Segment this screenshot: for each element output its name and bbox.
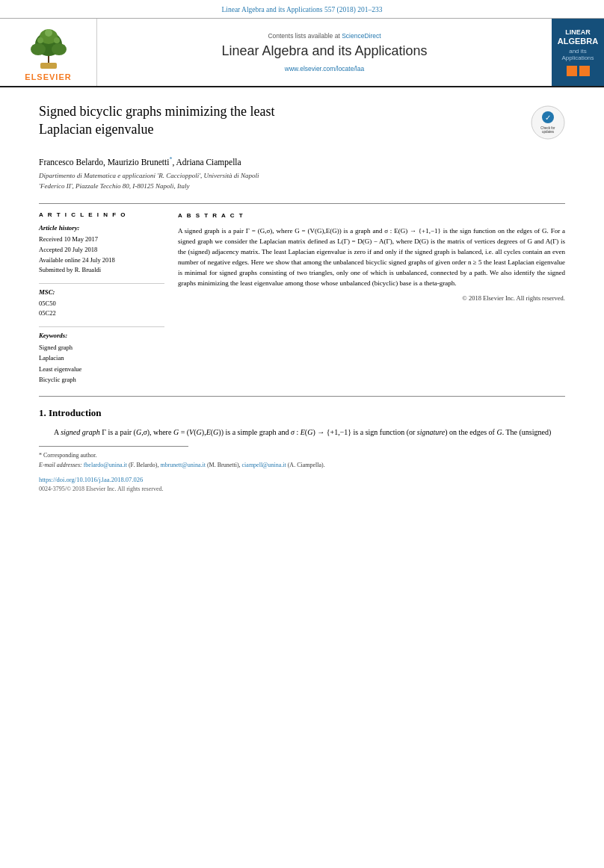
- badge-and-its: and its: [569, 48, 587, 55]
- footnote-emails: E-mail addresses: fbelardo@unina.it (F. …: [39, 461, 565, 471]
- keyword-3: Least eigenvalue: [39, 364, 164, 374]
- page: Linear Algebra and its Applications 557 …: [0, 0, 604, 868]
- email3-link[interactable]: ciampell@unina.it: [242, 462, 286, 468]
- svg-point-7: [54, 37, 60, 43]
- badge-icon-2: [579, 66, 590, 76]
- doi-line[interactable]: https://doi.org/10.1016/j.laa.2018.07.02…: [39, 476, 565, 483]
- check-for-updates-badge: ✓ Check for updates: [531, 105, 565, 140]
- elsevier-wordmark: ELSEVIER: [25, 72, 71, 81]
- introduction-title: 1. Introduction: [39, 407, 565, 419]
- email2-author: (M. Brunetti),: [207, 462, 241, 468]
- badge-applications: Applications: [561, 55, 594, 61]
- paper-title-line2: Laplacian eigenvalue: [39, 122, 153, 137]
- email2-link[interactable]: mbrunett@unina.it: [160, 462, 205, 468]
- section-divider: [39, 396, 565, 397]
- journal-reference: Linear Algebra and its Applications 557 …: [0, 0, 604, 19]
- title-row: Signed bicyclic graphs minimizing the le…: [39, 102, 565, 149]
- elsevier-tree-icon: [19, 25, 78, 70]
- emails-label: E-mail addresses:: [39, 462, 82, 468]
- badge-algebra: ALGEBRA: [558, 37, 598, 46]
- keywords-title: Keywords:: [39, 332, 164, 339]
- authors-text: Francesco Belardo, Maurizio Brunetti*, A…: [39, 158, 241, 167]
- svg-rect-9: [40, 63, 57, 69]
- history-received: Received 10 May 2017: [39, 235, 164, 245]
- history-submitted: Submitted by R. Brualdi: [39, 265, 164, 276]
- elsevier-header: ELSEVIER Contents lists available at Sci…: [0, 19, 604, 87]
- keyword-4: Bicyclic graph: [39, 374, 164, 385]
- badge-linear: LINEAR: [565, 28, 591, 37]
- main-content: Signed bicyclic graphs minimizing the le…: [0, 87, 604, 504]
- authors: Francesco Belardo, Maurizio Brunetti*, A…: [39, 157, 565, 167]
- affiliation: Dipartimento di Matematica e applicazion…: [39, 171, 565, 191]
- affiliation-line1: Dipartimento di Matematica e applicazion…: [39, 172, 259, 179]
- msc-title: MSC:: [39, 288, 164, 296]
- journal-url[interactable]: www.elsevier.com/locate/laa: [285, 65, 364, 72]
- article-history-title: Article history:: [39, 224, 164, 232]
- journal-ref-text: Linear Algebra and its Applications 557 …: [221, 6, 382, 13]
- contents-label: Contents lists available at: [268, 32, 339, 40]
- sciencedirect-link[interactable]: ScienceDirect: [342, 32, 380, 40]
- keywords-section: Keywords: Signed graph Laplacian Least e…: [39, 326, 164, 385]
- msc-code-2: 05C22: [39, 309, 164, 319]
- footnote-rule: [39, 446, 188, 447]
- svg-text:✓: ✓: [545, 114, 551, 122]
- article-info-col: A R T I C L E I N F O Article history: R…: [39, 211, 164, 385]
- article-info-header: A R T I C L E I N F O: [39, 211, 164, 218]
- msc-code-1: 05C50: [39, 299, 164, 309]
- history-available: Available online 24 July 2018: [39, 255, 164, 266]
- abstract-copyright: © 2018 Elsevier Inc. All rights reserved…: [178, 294, 565, 303]
- intro-title-text: Introduction: [49, 407, 102, 418]
- science-direct-line: Contents lists available at ScienceDirec…: [268, 32, 380, 40]
- article-info-abstract: A R T I C L E I N F O Article history: R…: [39, 203, 565, 385]
- svg-text:updates: updates: [542, 130, 555, 134]
- elsevier-logo-box: ELSEVIER: [0, 19, 97, 86]
- journal-main-title: Linear Algebra and its Applications: [221, 43, 427, 60]
- keyword-1: Signed graph: [39, 342, 164, 353]
- msc-section: MSC: 05C50 05C22: [39, 283, 164, 319]
- badge-apps: and its Applications: [561, 48, 594, 61]
- email1-link[interactable]: fbelardo@unina.it: [84, 462, 127, 468]
- journal-title-box: Contents lists available at ScienceDirec…: [97, 19, 552, 86]
- svg-point-8: [45, 29, 52, 37]
- abstract-col: A B S T R A C T A signed graph is a pair…: [178, 211, 565, 385]
- badge-icons: [567, 66, 590, 76]
- intro-number: 1.: [39, 407, 46, 418]
- email1-author: (F. Belardo),: [129, 462, 158, 468]
- affiliation-line2: 'Federico II', Piazzale Tecchio 80, I-80…: [39, 182, 189, 190]
- svg-point-3: [31, 43, 46, 55]
- footnote-corresponding: * Corresponding author.: [39, 451, 565, 461]
- svg-point-4: [52, 43, 67, 55]
- history-accepted: Accepted 20 July 2018: [39, 245, 164, 255]
- copyright-footer: 0024-3795/© 2018 Elsevier Inc. All right…: [39, 486, 565, 492]
- paper-title: Signed bicyclic graphs minimizing the le…: [39, 102, 274, 139]
- abstract-header: A B S T R A C T: [178, 211, 565, 220]
- paper-title-line1: Signed bicyclic graphs minimizing the le…: [39, 104, 274, 119]
- keyword-2: Laplacian: [39, 353, 164, 363]
- intro-paragraph: A signed graph Γ is a pair (G,σ), where …: [39, 427, 565, 438]
- svg-point-6: [37, 37, 43, 43]
- abstract-text: A signed graph is a pair Γ = (G,σ), wher…: [178, 226, 565, 289]
- journal-badge-box: LINEAR ALGEBRA and its Applications: [552, 19, 604, 86]
- badge-icon-1: [567, 66, 577, 76]
- email3-author: (A. Ciampella).: [288, 462, 325, 468]
